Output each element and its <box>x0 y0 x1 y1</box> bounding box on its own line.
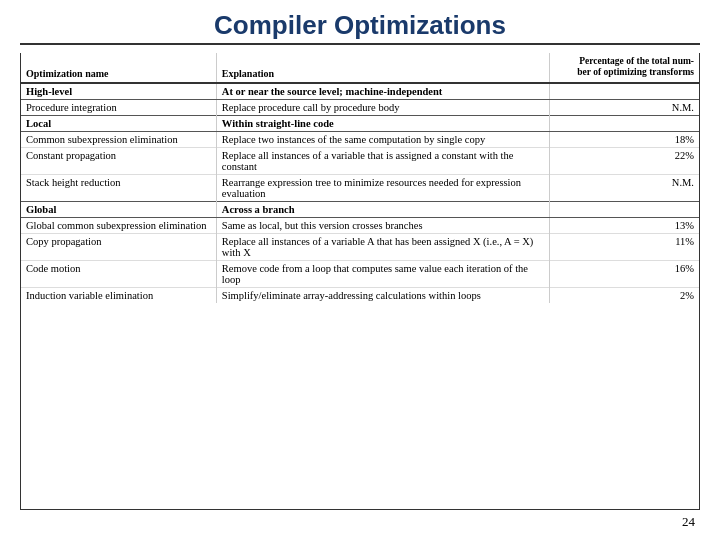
page-title: Compiler Optimizations <box>20 10 700 45</box>
table-body: High-level At or near the source level; … <box>21 83 699 303</box>
category-name: Global <box>21 201 216 217</box>
table-category-row: High-level At or near the source level; … <box>21 83 699 100</box>
table-row: Copy propagation Replace all instances o… <box>21 233 699 260</box>
row-name: Constant propagation <box>21 147 216 174</box>
row-name: Code motion <box>21 260 216 287</box>
row-pct: 13% <box>550 217 699 233</box>
row-pct: N.M. <box>550 99 699 115</box>
table-category-row: Local Within straight-line code <box>21 115 699 131</box>
table-row: Induction variable elimination Simplify/… <box>21 287 699 303</box>
header-percentage: Percentage of the total num- ber of opti… <box>550 53 699 83</box>
row-explanation: Simplify/eliminate array-addressing calc… <box>216 287 549 303</box>
row-pct: 11% <box>550 233 699 260</box>
category-pct <box>550 115 699 131</box>
row-pct: N.M. <box>550 174 699 201</box>
page: Compiler Optimizations Optimization name… <box>0 0 720 540</box>
table-header-row: Optimization name Explanation Percentage… <box>21 53 699 83</box>
row-explanation: Rearrange expression tree to minimize re… <box>216 174 549 201</box>
row-name: Copy propagation <box>21 233 216 260</box>
page-number: 24 <box>20 510 700 530</box>
table-row: Code motion Remove code from a loop that… <box>21 260 699 287</box>
table-category-row: Global Across a branch <box>21 201 699 217</box>
category-pct <box>550 201 699 217</box>
table-row: Global common subexpression elimination … <box>21 217 699 233</box>
table-row: Constant propagation Replace all instanc… <box>21 147 699 174</box>
row-explanation: Same as local, but this version crosses … <box>216 217 549 233</box>
row-explanation: Replace all instances of a variable A th… <box>216 233 549 260</box>
row-pct: 16% <box>550 260 699 287</box>
table-row: Procedure integration Replace procedure … <box>21 99 699 115</box>
row-name: Stack height reduction <box>21 174 216 201</box>
header-name: Optimization name <box>21 53 216 83</box>
table-row: Common subexpression elimination Replace… <box>21 131 699 147</box>
row-name: Induction variable elimination <box>21 287 216 303</box>
row-explanation: Replace procedure call by procedure body <box>216 99 549 115</box>
row-pct: 22% <box>550 147 699 174</box>
category-explanation: At or near the source level; machine-ind… <box>216 83 549 100</box>
category-explanation: Within straight-line code <box>216 115 549 131</box>
row-name: Procedure integration <box>21 99 216 115</box>
row-explanation: Replace all instances of a variable that… <box>216 147 549 174</box>
category-name: Local <box>21 115 216 131</box>
category-pct <box>550 83 699 100</box>
row-explanation: Remove code from a loop that computes sa… <box>216 260 549 287</box>
table-row: Stack height reduction Rearrange express… <box>21 174 699 201</box>
category-name: High-level <box>21 83 216 100</box>
row-pct: 18% <box>550 131 699 147</box>
row-explanation: Replace two instances of the same comput… <box>216 131 549 147</box>
header-explanation: Explanation <box>216 53 549 83</box>
category-explanation: Across a branch <box>216 201 549 217</box>
table-container: Optimization name Explanation Percentage… <box>20 53 700 510</box>
row-pct: 2% <box>550 287 699 303</box>
row-name: Global common subexpression elimination <box>21 217 216 233</box>
optimizations-table: Optimization name Explanation Percentage… <box>21 53 699 303</box>
row-name: Common subexpression elimination <box>21 131 216 147</box>
